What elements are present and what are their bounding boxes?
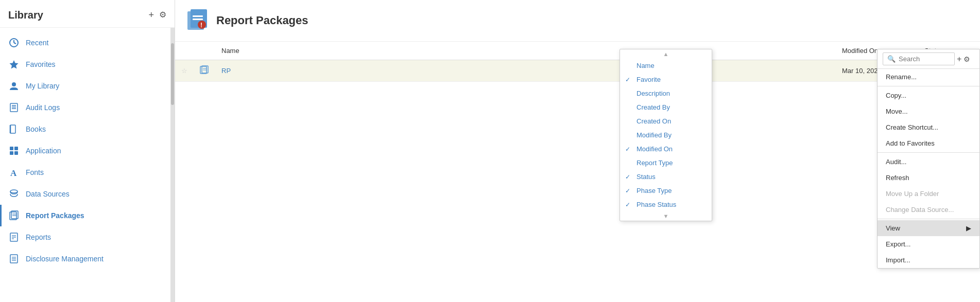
report-packages-header-icon: ! <box>185 8 210 33</box>
sidebar-item-books[interactable]: Books <box>0 118 170 140</box>
sidebar-header: Library + ⚙ <box>0 0 175 28</box>
svg-line-2 <box>14 43 16 44</box>
sidebar-scrollbar[interactable] <box>170 28 175 302</box>
icon-cell <box>194 60 215 82</box>
context-menu-search-row: 🔍 + ⚙ <box>878 49 979 69</box>
sidebar-item-my-library[interactable]: My Library <box>0 75 170 97</box>
data-sources-icon <box>8 188 20 200</box>
svg-rect-9 <box>10 125 15 133</box>
sidebar-item-disclosure-management[interactable]: Disclosure Management <box>0 248 170 270</box>
sidebar-item-reports[interactable]: Reports <box>0 226 170 248</box>
sidebar-item-label-fonts: Fonts <box>26 168 44 176</box>
col-check-phase-status: ✓ <box>625 201 632 208</box>
svg-marker-3 <box>10 60 19 69</box>
col-item-created-on[interactable]: Created On <box>620 114 712 128</box>
col-check-status: ✓ <box>625 173 632 181</box>
ctx-refresh[interactable]: Refresh <box>878 170 979 186</box>
sidebar-header-actions: + ⚙ <box>148 10 166 21</box>
search-input[interactable] <box>899 55 950 63</box>
col-item-modified-by[interactable]: Modified By <box>620 128 712 142</box>
col-selector-add-icon[interactable]: + <box>957 55 961 64</box>
sidebar-item-label-disclosure-management: Disclosure Management <box>26 255 104 263</box>
sidebar-item-label-data-sources: Data Sources <box>26 190 70 198</box>
col-item-report-type[interactable]: Report Type <box>620 156 712 170</box>
icon-column-header <box>194 42 215 60</box>
col-selector-settings-icon[interactable]: ⚙ <box>964 55 970 63</box>
col-item-favorite[interactable]: ✓ Favorite <box>620 73 712 86</box>
disclosure-icon <box>8 253 20 264</box>
sidebar-item-application[interactable]: Application <box>0 140 170 162</box>
ctx-change-data-source: Change Data Source... <box>878 202 979 218</box>
sidebar-scrollbar-thumb[interactable] <box>171 43 174 105</box>
chevron-right-icon: ▶ <box>966 224 971 232</box>
col-check-phase-type: ✓ <box>625 187 632 194</box>
reports-icon <box>8 232 20 243</box>
ctx-sep-1 <box>878 86 979 86</box>
sidebar-item-audit-logs[interactable]: Audit Logs <box>0 97 170 118</box>
sidebar-item-label-audit-logs: Audit Logs <box>26 103 60 112</box>
sidebar-item-label-reports: Reports <box>26 233 51 241</box>
col-item-created-by[interactable]: Created By <box>620 100 712 114</box>
search-icon: 🔍 <box>887 55 896 63</box>
ctx-sep-3 <box>878 219 979 219</box>
col-selector-scroll-up[interactable]: ▲ <box>620 49 712 59</box>
ctx-move[interactable]: Move... <box>878 103 979 119</box>
sidebar-item-label-books: Books <box>26 125 46 133</box>
fonts-icon: A <box>8 167 20 178</box>
svg-rect-11 <box>10 147 13 150</box>
ctx-rename[interactable]: Rename... <box>878 69 979 85</box>
user-icon <box>8 80 20 92</box>
svg-text:!: ! <box>200 22 202 29</box>
svg-point-16 <box>10 190 18 193</box>
ctx-add-to-favorites[interactable]: Add to Favorites <box>878 135 979 151</box>
col-item-modified-on[interactable]: ✓ Modified On <box>620 142 712 156</box>
page-title: Report Packages <box>216 14 308 27</box>
ctx-import[interactable]: Import... <box>878 252 979 268</box>
table-row[interactable]: ☆ RP Mar 10, 2020 6:... Not Started <box>175 60 980 82</box>
context-search-box[interactable]: 🔍 <box>883 52 955 65</box>
name-cell: RP <box>215 60 836 82</box>
star-column-header <box>175 42 194 60</box>
books-icon <box>8 123 20 135</box>
main-header: ! Report Packages <box>175 0 980 42</box>
col-check-favorite: ✓ <box>625 76 632 83</box>
sidebar-item-label-report-packages: Report Packages <box>26 211 84 220</box>
main-content: ! Report Packages Name Modified On Statu <box>175 0 980 302</box>
svg-rect-12 <box>14 147 18 150</box>
sidebar: Library + ⚙ Recent Favorites <box>0 0 175 302</box>
ctx-audit[interactable]: Audit... <box>878 154 979 170</box>
ctx-export[interactable]: Export... <box>878 236 979 252</box>
svg-rect-14 <box>14 151 18 155</box>
col-item-status[interactable]: ✓ Status <box>620 170 712 184</box>
sidebar-item-fonts[interactable]: A Fonts <box>0 162 170 183</box>
audit-logs-icon <box>8 102 20 113</box>
sidebar-item-favorites[interactable]: Favorites <box>0 54 170 75</box>
svg-point-4 <box>12 82 16 86</box>
ctx-copy[interactable]: Copy... <box>878 87 979 103</box>
name-column-header[interactable]: Name <box>215 42 836 60</box>
context-menu: 🔍 + ⚙ Rename... Copy... Move... Create S… <box>877 49 980 269</box>
star-icon <box>8 59 20 70</box>
col-item-phase-type[interactable]: ✓ Phase Type <box>620 184 712 198</box>
sidebar-item-label-my-library: My Library <box>26 82 59 90</box>
application-icon <box>8 145 20 156</box>
sidebar-item-recent[interactable]: Recent <box>0 32 170 54</box>
column-selector-dropdown: ▲ Name ✓ Favorite Description Created By… <box>620 49 712 221</box>
svg-rect-32 <box>193 19 203 20</box>
ctx-create-shortcut[interactable]: Create Shortcut... <box>878 119 979 135</box>
svg-rect-5 <box>10 103 18 112</box>
sidebar-item-report-packages[interactable]: Report Packages <box>0 205 170 226</box>
ctx-move-up-folder: Move Up a Folder <box>878 186 979 202</box>
add-icon[interactable]: + <box>148 10 154 21</box>
ctx-view[interactable]: View ▶ <box>878 220 979 236</box>
sidebar-item-data-sources[interactable]: Data Sources <box>0 183 170 205</box>
svg-rect-36 <box>202 66 208 73</box>
settings-icon[interactable]: ⚙ <box>159 10 166 21</box>
col-item-name[interactable]: Name <box>620 59 712 73</box>
star-cell[interactable]: ☆ <box>175 60 194 82</box>
col-selector-scroll-down[interactable]: ▼ <box>620 211 712 221</box>
col-item-description[interactable]: Description <box>620 86 712 100</box>
col-check-modified-on: ✓ <box>625 146 632 153</box>
col-item-phase-status[interactable]: ✓ Phase Status <box>620 198 712 211</box>
sidebar-nav: Recent Favorites My Library <box>0 28 170 302</box>
